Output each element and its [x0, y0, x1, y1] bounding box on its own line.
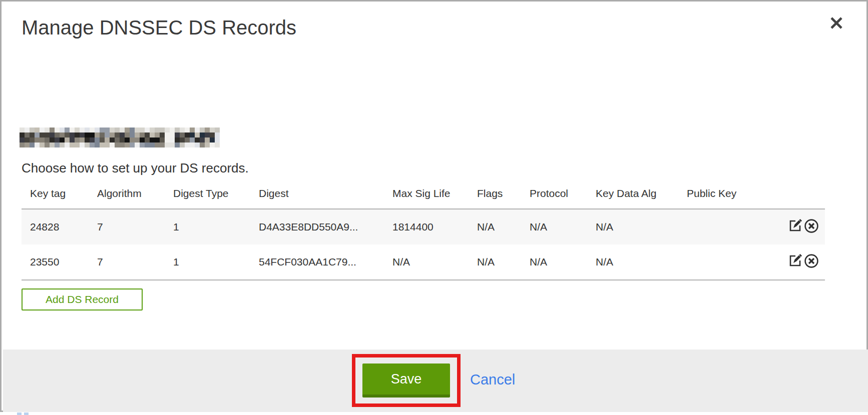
- col-header-flags: Flags: [477, 186, 530, 209]
- row-actions: [782, 209, 825, 244]
- cell-max-sig-life: 1814400: [392, 209, 477, 244]
- background-content-fragment: [24, 412, 29, 415]
- col-header-protocol: Protocol: [530, 186, 596, 209]
- col-header-public-key: Public Key: [687, 186, 782, 209]
- col-header-digest: Digest: [259, 186, 392, 209]
- page-title: Manage DNSSEC DS Records: [22, 16, 296, 39]
- col-header-actions: [782, 186, 825, 209]
- table-header-row: Key tag Algorithm Digest Type Digest Max…: [22, 186, 825, 209]
- cell-algorithm: 7: [97, 244, 173, 280]
- background-content-fragment: [17, 412, 22, 415]
- row-actions: [782, 244, 825, 280]
- cell-digest-type: 1: [173, 209, 259, 244]
- redacted-domain-name: [20, 128, 220, 148]
- col-header-key-tag: Key tag: [22, 186, 97, 209]
- cell-key-data-alg: N/A: [596, 244, 687, 280]
- col-header-key-data-alg: Key Data Alg: [596, 186, 687, 209]
- cell-key-tag: 23550: [22, 244, 97, 280]
- close-icon[interactable]: [827, 14, 845, 32]
- delete-record-icon[interactable]: [804, 254, 819, 271]
- cell-key-data-alg: N/A: [596, 209, 687, 244]
- ds-records-table: Key tag Algorithm Digest Type Digest Max…: [22, 186, 825, 280]
- cell-algorithm: 7: [97, 209, 173, 244]
- table-row: 24828 7 1 D4A33E8DD550A9... 1814400 N/A …: [22, 209, 825, 244]
- cell-key-tag: 24828: [22, 209, 97, 244]
- edit-record-icon[interactable]: [788, 218, 803, 236]
- col-header-digest-type: Digest Type: [173, 186, 259, 209]
- edit-record-icon[interactable]: [788, 254, 803, 271]
- cell-public-key: [687, 244, 782, 280]
- modal-footer: Save Cancel: [3, 350, 868, 412]
- cell-protocol: N/A: [530, 209, 596, 244]
- cell-max-sig-life: N/A: [392, 244, 477, 280]
- cell-public-key: [687, 209, 782, 244]
- manage-dnssec-modal: Manage DNSSEC DS Records Choose how to s…: [0, 0, 868, 412]
- save-button[interactable]: Save: [362, 364, 450, 398]
- cell-flags: N/A: [477, 209, 530, 244]
- add-ds-record-button[interactable]: Add DS Record: [22, 288, 143, 310]
- delete-record-icon[interactable]: [804, 218, 819, 236]
- table-row: 23550 7 1 54FCF030AA1C79... N/A N/A N/A …: [22, 244, 825, 280]
- col-header-algorithm: Algorithm: [97, 186, 173, 209]
- cancel-link[interactable]: Cancel: [470, 372, 515, 388]
- cell-digest-type: 1: [173, 244, 259, 280]
- cell-digest: 54FCF030AA1C79...: [259, 244, 392, 280]
- red-annotation-box: Save: [352, 354, 461, 407]
- col-header-max-sig-life: Max Sig Life: [392, 186, 477, 209]
- cell-digest: D4A33E8DD550A9...: [259, 209, 392, 244]
- cell-flags: N/A: [477, 244, 530, 280]
- cell-protocol: N/A: [530, 244, 596, 280]
- intro-text: Choose how to set up your DS records.: [22, 160, 249, 176]
